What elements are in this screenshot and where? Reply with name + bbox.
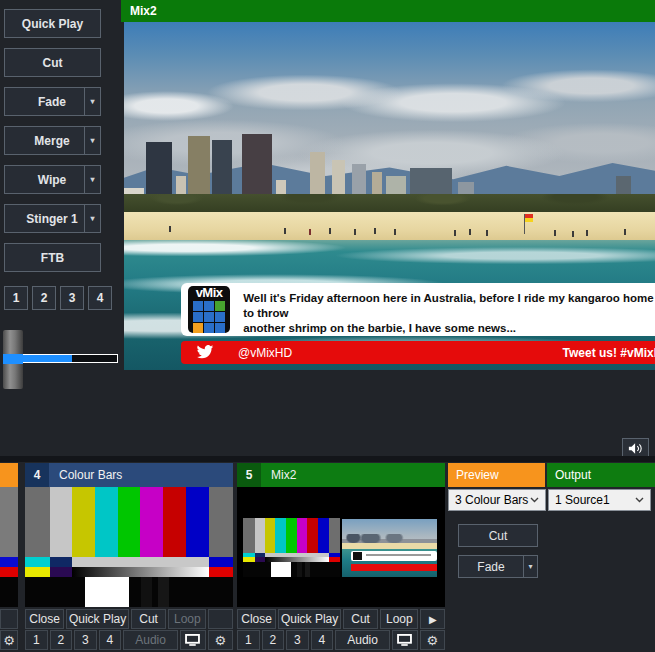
overlay-2-button[interactable]: 2 bbox=[32, 286, 56, 310]
twitter-icon bbox=[196, 345, 214, 360]
input-4-panel: 4 Colour Bars bbox=[25, 463, 233, 650]
input-4-quick-play-button[interactable]: Quick Play bbox=[66, 609, 129, 629]
input-4-overlay-4-button[interactable]: 4 bbox=[99, 630, 122, 650]
merge-dropdown-arrow-icon[interactable]: ▾ bbox=[84, 127, 100, 154]
input-4-thumbnail[interactable] bbox=[25, 487, 233, 607]
input-5-overlay-4-button[interactable]: 4 bbox=[311, 630, 334, 650]
input-4-header[interactable]: 4 Colour Bars bbox=[25, 463, 233, 487]
wipe-dropdown-arrow-icon[interactable]: ▾ bbox=[84, 166, 100, 193]
output-source-select[interactable]: 1 Source1 bbox=[548, 489, 651, 511]
mixer-fade-dropdown-arrow-icon[interactable]: ▾ bbox=[523, 556, 537, 577]
fade-dropdown-arrow-icon[interactable]: ▾ bbox=[84, 88, 100, 115]
mini-colour-bars-image bbox=[243, 518, 340, 577]
input-5-number: 5 bbox=[237, 463, 261, 487]
overlay-channel-buttons: 1 2 3 4 bbox=[4, 286, 121, 310]
input-4-overlay-3-button[interactable]: 3 bbox=[74, 630, 97, 650]
input-5-audio-button[interactable]: Audio bbox=[335, 630, 390, 650]
input-5-overlay-3-button[interactable]: 3 bbox=[286, 630, 309, 650]
tweet-message: Well it's Friday afternoon here in Austr… bbox=[230, 283, 655, 336]
input-5-loop-button[interactable]: Loop bbox=[380, 609, 418, 629]
transition-sidebar: Quick Play Cut Fade ▾ Merge ▾ Wipe ▾ Sti… bbox=[0, 0, 121, 455]
tweet-overlay-bar: @vMixHD Tweet us! #vMixHD bbox=[181, 341, 655, 364]
gear-icon: ⚙ bbox=[214, 634, 226, 647]
fade-label: Fade bbox=[5, 95, 84, 109]
lifeguard-flag bbox=[524, 214, 533, 234]
gear-icon: ⚙ bbox=[426, 634, 438, 647]
transition-slider-position bbox=[3, 354, 23, 364]
play-icon: ▶ bbox=[429, 614, 437, 625]
preview-bus-header: Preview bbox=[448, 463, 545, 487]
mixer-cut-label: Cut bbox=[459, 529, 537, 543]
ftb-button[interactable]: FTB bbox=[4, 243, 101, 272]
input-5-play-button[interactable]: ▶ bbox=[420, 609, 445, 629]
monitor-icon bbox=[397, 634, 412, 646]
input-4-number: 4 bbox=[25, 463, 49, 487]
twitter-handle: @vMixHD bbox=[238, 346, 292, 360]
input-5-quick-play-button[interactable]: Quick Play bbox=[278, 609, 341, 629]
input-5-cut-button[interactable]: Cut bbox=[343, 609, 378, 629]
mixer-cut-button[interactable]: Cut bbox=[458, 524, 538, 547]
cut-button[interactable]: Cut bbox=[4, 48, 101, 77]
input-5-header[interactable]: 5 Mix2 bbox=[237, 463, 445, 487]
tweet-message-line2: another shrimp on the barbie, I have som… bbox=[243, 321, 655, 336]
transition-slider-handle[interactable] bbox=[3, 330, 23, 389]
merge-button[interactable]: Merge ▾ bbox=[4, 126, 101, 155]
partial-input-settings-button[interactable]: ⚙ bbox=[0, 630, 18, 650]
input-4-fullscreen-button[interactable] bbox=[180, 630, 205, 650]
output-bus-header: Output bbox=[547, 463, 655, 487]
quick-play-button[interactable]: Quick Play bbox=[4, 9, 101, 38]
input-4-cut-button[interactable]: Cut bbox=[131, 609, 166, 629]
partial-input-header[interactable] bbox=[0, 463, 18, 487]
preview-source-value: 3 Colour Bars bbox=[455, 493, 528, 507]
program-monitor-image: vMix Well it's Friday afternoon here in … bbox=[124, 22, 655, 370]
input-5-close-button[interactable]: Close bbox=[237, 609, 276, 629]
chevron-down-icon bbox=[530, 497, 539, 503]
monitor-icon bbox=[185, 634, 200, 646]
transition-slider-track[interactable] bbox=[22, 354, 118, 363]
overlay-3-button[interactable]: 3 bbox=[60, 286, 84, 310]
vmix-logo: vMix bbox=[188, 286, 230, 333]
vmix-logo-text: vMix bbox=[196, 286, 223, 300]
input-4-overlay-1-button[interactable]: 1 bbox=[25, 630, 48, 650]
input-5-overlay-2-button[interactable]: 2 bbox=[262, 630, 285, 650]
input-4-loop-button[interactable]: Loop bbox=[168, 609, 206, 629]
stinger-dropdown-arrow-icon[interactable]: ▾ bbox=[84, 205, 100, 232]
input-4-extra-button[interactable] bbox=[208, 609, 233, 629]
input-5-name: Mix2 bbox=[261, 463, 296, 487]
ftb-label: FTB bbox=[5, 251, 100, 265]
mix-title-bar: Mix2 bbox=[121, 0, 655, 22]
vmix-logo-grid bbox=[193, 301, 225, 333]
tweet-message-line1: Well it's Friday afternoon here in Austr… bbox=[243, 291, 655, 321]
colour-bars-image bbox=[25, 487, 233, 607]
tweet-cta: Tweet us! #vMixHD bbox=[563, 346, 655, 360]
input-4-close-button[interactable]: Close bbox=[25, 609, 64, 629]
overlay-4-button[interactable]: 4 bbox=[88, 286, 112, 310]
preview-source-select[interactable]: 3 Colour Bars bbox=[448, 489, 546, 511]
partial-input-thumbnail[interactable] bbox=[0, 487, 18, 607]
city-skyline bbox=[124, 122, 655, 202]
tweet-overlay-box: vMix Well it's Friday afternoon here in … bbox=[181, 283, 655, 336]
output-bus-label: Output bbox=[555, 468, 591, 482]
stinger-button[interactable]: Stinger 1 ▾ bbox=[4, 204, 101, 233]
input-4-settings-button[interactable]: ⚙ bbox=[208, 630, 233, 650]
overlay-1-button[interactable]: 1 bbox=[4, 286, 28, 310]
cut-label: Cut bbox=[5, 56, 100, 70]
partial-input-button[interactable] bbox=[0, 609, 18, 629]
input-5-thumbnail[interactable] bbox=[237, 487, 445, 607]
partial-input-panel: ⚙ bbox=[0, 463, 18, 650]
input-5-fullscreen-button[interactable] bbox=[392, 630, 417, 650]
wipe-label: Wipe bbox=[5, 173, 84, 187]
input-5-settings-button[interactable]: ⚙ bbox=[420, 630, 445, 650]
fade-button[interactable]: Fade ▾ bbox=[4, 87, 101, 116]
speaker-icon bbox=[628, 442, 644, 455]
mini-mix2-image bbox=[342, 519, 437, 577]
input-4-audio-button[interactable]: Audio bbox=[123, 630, 178, 650]
preview-bus-label: Preview bbox=[456, 468, 499, 482]
wipe-button[interactable]: Wipe ▾ bbox=[4, 165, 101, 194]
input-4-overlay-2-button[interactable]: 2 bbox=[50, 630, 73, 650]
input-5-overlay-1-button[interactable]: 1 bbox=[237, 630, 260, 650]
stinger-label: Stinger 1 bbox=[5, 212, 84, 226]
mixer-fade-button[interactable]: Fade ▾ bbox=[458, 555, 538, 578]
mixer-fade-label: Fade bbox=[459, 560, 523, 574]
section-divider bbox=[0, 456, 655, 462]
